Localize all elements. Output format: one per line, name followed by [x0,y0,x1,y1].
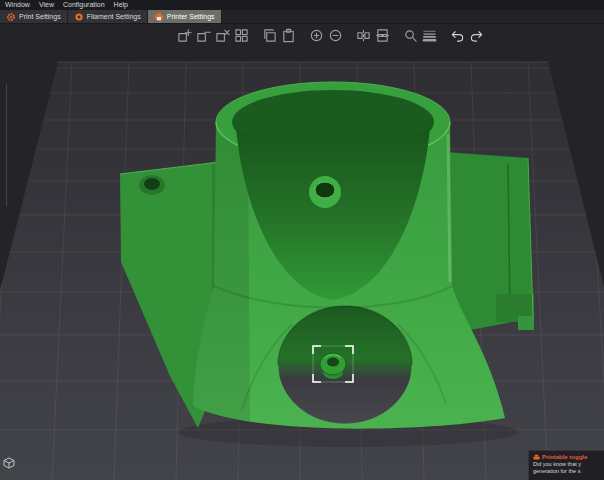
tab-label: Print Settings [19,13,61,20]
print-settings-gear-icon [6,12,16,22]
tab-print-settings[interactable]: Print Settings [0,10,68,23]
tab-printer-settings[interactable]: Printer Settings [148,10,222,23]
delete-object-icon[interactable] [195,27,212,44]
printer-icon [154,12,164,22]
tab-label: Printer Settings [167,13,215,20]
menu-help[interactable]: Help [114,0,128,10]
add-object-icon[interactable] [176,27,193,44]
split-to-parts-icon[interactable] [374,27,391,44]
filament-spool-icon [74,12,84,22]
delete-all-icon[interactable] [214,27,231,44]
menu-configuration[interactable]: Configuration [63,0,105,10]
collapsed-left-panel-divider [6,84,7,206]
copy-icon[interactable] [261,27,278,44]
notification-toast: Printable toggle Did you know that y gen… [528,450,604,480]
notification-title[interactable]: Printable toggle [542,454,587,460]
menu-window[interactable]: Window [5,0,30,10]
3d-viewport[interactable]: Printable toggle Did you know that y gen… [0,24,604,480]
main-toolbar [176,27,487,44]
menubar: Window View Configuration Help [0,0,604,10]
search-icon[interactable] [402,27,419,44]
variable-layer-height-icon[interactable] [421,27,438,44]
add-instance-icon[interactable] [308,27,325,44]
redo-icon[interactable] [468,27,485,44]
remove-instance-icon[interactable] [327,27,344,44]
paste-icon[interactable] [280,27,297,44]
arrange-icon[interactable] [233,27,250,44]
tab-label: Filament Settings [87,13,141,20]
tab-filament-settings[interactable]: Filament Settings [68,10,148,23]
notification-text-line2: generation for the s [533,468,604,475]
view-cube-icon[interactable] [2,456,16,470]
settings-tabbar: Print Settings Filament Settings Printer… [0,10,604,24]
scene-canvas [0,24,604,480]
split-to-objects-icon[interactable] [355,27,372,44]
printable-toggle-icon [533,454,540,461]
notification-text-line1: Did you know that y [533,461,604,468]
menu-view[interactable]: View [39,0,54,10]
undo-icon[interactable] [449,27,466,44]
